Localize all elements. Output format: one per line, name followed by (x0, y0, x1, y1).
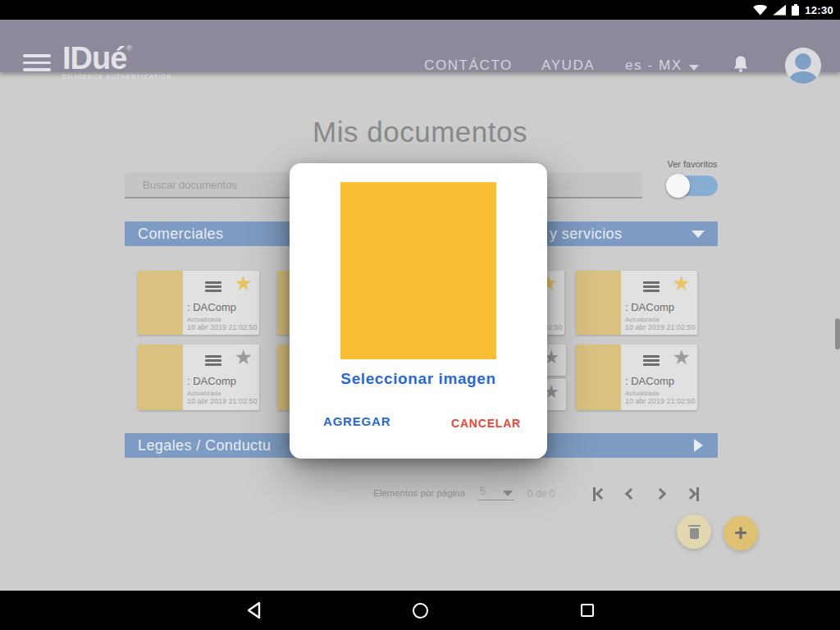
wifi-icon (753, 5, 767, 16)
avatar[interactable] (785, 48, 821, 84)
document-date: 10 abr 2019 21:02:50 (625, 323, 696, 331)
chevron-down-icon (692, 231, 705, 238)
favorite-star-icon[interactable]: ★ (673, 345, 691, 368)
chevron-left-icon (625, 488, 637, 500)
document-status: Actualizada (187, 316, 221, 323)
document-title: : DAComp (625, 301, 674, 313)
document-status: Actualizada (625, 316, 659, 323)
document-status: Actualizada (625, 390, 659, 397)
recents-square-icon (581, 604, 594, 617)
back-triangle-icon (246, 600, 262, 620)
folder-thumbnail (576, 345, 621, 410)
card-menu-icon[interactable] (643, 355, 660, 368)
dialog-title: Seleccionar imagen (290, 370, 547, 388)
battery-icon (792, 4, 799, 16)
cell-signal-icon (773, 5, 786, 16)
document-date: 10 abr 2019 21:02:50 (187, 323, 258, 331)
page-title: Mis documentos (0, 116, 840, 148)
delete-fab[interactable] (677, 514, 711, 549)
document-card[interactable]: ★ : DAComp Actualizada 10 abr 2019 21:02… (576, 271, 697, 335)
android-nav-bar (0, 591, 840, 630)
status-time: 12:30 (805, 4, 833, 16)
page-range: 0 de 0 (527, 488, 555, 500)
document-title: : DAComp (625, 375, 674, 387)
next-page-button[interactable] (656, 486, 664, 502)
document-title: : DAComp (187, 301, 236, 313)
card-menu-icon[interactable] (643, 281, 660, 294)
favorites-label: Ver favoritos (657, 159, 728, 169)
document-date: 10 abr 2019 21:02:50 (187, 397, 258, 405)
toggle-knob (666, 174, 690, 198)
brand-name: IDué (62, 41, 126, 75)
chevron-right-icon (685, 488, 696, 500)
select-image-dialog: Seleccionar imagen AGREGAR CANCELAR (290, 163, 547, 459)
status-bar: 12:30 (0, 0, 840, 20)
previous-page-button[interactable] (627, 486, 635, 502)
nav-help[interactable]: AYUDA (541, 57, 595, 74)
home-circle-icon (413, 603, 428, 619)
favorites-toggle[interactable] (667, 176, 718, 196)
page-size-value: 5 (480, 486, 486, 497)
page-size-select[interactable]: 5 (478, 484, 514, 500)
chevron-right-icon (655, 488, 666, 500)
document-card[interactable]: ★ : DAComp Actualizada 10 abr 2019 21:02… (138, 271, 259, 335)
avatar-body (789, 71, 817, 84)
home-button[interactable] (400, 591, 440, 630)
nav-contact[interactable]: CONTÁCTO (424, 57, 513, 74)
last-page-button[interactable] (687, 486, 699, 502)
registered-mark: ® (126, 44, 132, 52)
recents-button[interactable] (568, 591, 607, 630)
screen: 12:30 IDué® DILIGENCE AUTHENTICATION CON… (0, 0, 840, 630)
language-value: es - MX (625, 57, 682, 73)
section-legales-label: Legales / Conductu (138, 433, 271, 458)
section-comerciales-label: Comerciales (138, 221, 223, 246)
folder-thumbnail (138, 271, 183, 335)
hamburger-menu-button[interactable] (23, 54, 51, 74)
add-fab[interactable]: + (724, 516, 758, 550)
avatar-head (795, 53, 811, 70)
chevron-left-icon (596, 488, 607, 500)
bell-icon (733, 55, 749, 74)
document-card[interactable]: ★ : DAComp Actualizada 10 abr 2019 21:02… (138, 345, 259, 410)
first-page-button[interactable] (593, 486, 605, 502)
play-arrow-icon (694, 439, 703, 452)
trash-icon (688, 525, 701, 539)
language-selector[interactable]: es - MX (625, 57, 699, 74)
section-servicios-label: y servicios (550, 221, 622, 246)
notifications-button[interactable] (733, 55, 749, 77)
chevron-down-icon (689, 65, 699, 71)
app-header: IDué® DILIGENCE AUTHENTICATION CONTÁCTO … (0, 20, 840, 72)
cancel-button[interactable]: CANCELAR (451, 417, 521, 430)
document-status: Actualizada (187, 390, 221, 397)
card-menu-icon[interactable] (205, 355, 221, 368)
document-date: 10 abr 2019 21:02:50 (625, 397, 696, 405)
document-title: : DAComp (187, 375, 236, 387)
brand-tagline: DILIGENCE AUTHENTICATION (62, 73, 172, 80)
items-per-page-label: Elementos por página (373, 488, 465, 498)
app-logo: IDué® DILIGENCE AUTHENTICATION (62, 43, 172, 80)
favorite-star-icon[interactable]: ★ (673, 272, 691, 294)
back-button[interactable] (235, 591, 274, 630)
folder-thumbnail (138, 345, 183, 410)
favorite-star-icon[interactable]: ★ (235, 272, 253, 294)
chevron-down-icon (503, 491, 513, 496)
folder-thumbnail (576, 271, 621, 335)
favorite-star-icon[interactable]: ★ (235, 345, 253, 368)
plus-icon: + (734, 523, 747, 545)
add-button[interactable]: AGREGAR (323, 414, 390, 428)
card-menu-icon[interactable] (205, 281, 221, 294)
scrollbar-thumb[interactable] (835, 318, 840, 349)
image-preview (340, 182, 496, 359)
document-card[interactable]: ★ : DAComp Actualizada 10 abr 2019 21:02… (576, 345, 697, 410)
